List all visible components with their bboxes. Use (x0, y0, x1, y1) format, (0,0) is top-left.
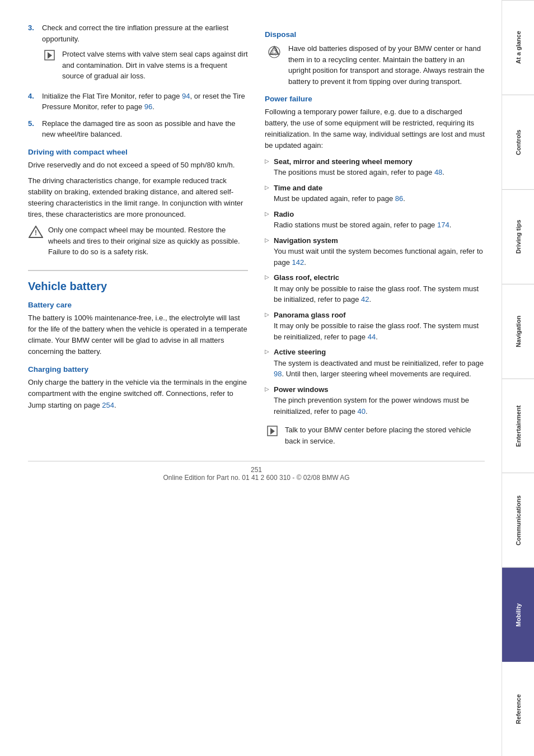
sidebar-tab-at-a-glance[interactable]: At a glance (502, 0, 534, 95)
power-failure-link-5[interactable]: 44 (368, 333, 376, 341)
list-item-5: 5. Replace the damaged tire as soon as p… (28, 118, 248, 140)
driving-compact-p1: Drive reservedly and do not exceed a spe… (28, 160, 248, 171)
sidebar-tab-communications[interactable]: Communications (502, 473, 534, 567)
arrow-right-icon (44, 50, 55, 61)
list-item-content: Seat, mirror and steering wheel memoryTh… (274, 156, 485, 178)
list-item-title: Seat, mirror and steering wheel memory (274, 157, 413, 166)
sidebar-tab-reference[interactable]: Reference (502, 662, 534, 756)
list-item-title: Panorama glass roof (274, 311, 346, 319)
charging-battery-heading: Charging battery (28, 365, 248, 374)
arrow-icon-bmw-wrapper (265, 426, 280, 437)
link-page-96[interactable]: 96 (144, 102, 152, 111)
svg-marker-7 (270, 428, 275, 435)
power-failure-link-7[interactable]: 40 (358, 407, 366, 416)
sidebar-tab-mobility[interactable]: Mobility (502, 567, 534, 662)
list-item-title: Time and date (274, 184, 322, 192)
power-failure-link-3[interactable]: 142 (292, 258, 305, 267)
bmw-notice-text: Talk to your BMW center before placing t… (285, 424, 485, 446)
charging-battery-before: Only charge the battery in the vehicle v… (28, 378, 247, 409)
list-item-4: 4. Initialize the Flat Tire Monitor, ref… (28, 91, 248, 113)
item-num-3: 3. (28, 22, 39, 85)
list-item-content: Navigation systemYou must wait until the… (274, 235, 485, 268)
tri-marker-icon: ▷ (265, 183, 269, 192)
item-3-content: Check and correct the tire inflation pre… (42, 22, 248, 85)
power-failure-intro: Following a temporary power failure, e.g… (265, 106, 485, 152)
left-column: 3. Check and correct the tire inflation … (28, 22, 248, 450)
list-item-title: Power windows (274, 385, 329, 394)
disposal-heading: Disposal (265, 30, 485, 39)
recycling-icon-wrapper: ♻ (265, 44, 284, 60)
item-4-content: Initialize the Flat Tire Monitor, refer … (42, 91, 248, 113)
list-item-content: Glass roof, electricIt may only be possi… (274, 272, 485, 305)
battery-care-text: The battery is 100% maintenance-free, i.… (28, 312, 248, 358)
svg-marker-1 (48, 52, 52, 59)
tri-marker-icon: ▷ (265, 157, 269, 165)
item-4-text-before: Initialize the Flat Tire Monitor, refer … (42, 92, 182, 100)
list-item-3: 3. Check and correct the tire inflation … (28, 22, 248, 85)
list-item: ▷Power windowsThe pinch prevention syste… (265, 384, 485, 417)
item-3-text: Check and correct the tire inflation pre… (42, 24, 228, 43)
charging-battery-after: . (114, 401, 116, 409)
item-num-4: 4. (28, 91, 39, 113)
warning-text: Only one compact wheel may be mounted. R… (48, 225, 248, 258)
footer-text: Online Edition for Part no. 01 41 2 600 … (163, 474, 349, 482)
list-item-content: RadioRadio stations must be stored again… (274, 209, 485, 231)
tri-marker-icon: ▷ (265, 236, 269, 244)
tri-marker-icon: ▷ (265, 209, 269, 218)
item-num-5: 5. (28, 118, 39, 140)
driving-compact-p2: The driving characteristics change, for … (28, 175, 248, 221)
disposal-text: Have old batteries disposed of by your B… (288, 43, 485, 87)
sidebar-tab-navigation[interactable]: Navigation (502, 284, 534, 379)
list-item: ▷Seat, mirror and steering wheel memoryT… (265, 156, 485, 178)
power-failure-link-0[interactable]: 48 (434, 168, 442, 176)
list-item-content: Time and dateMust be updated again, refe… (274, 183, 485, 204)
power-failure-link-1[interactable]: 86 (395, 194, 403, 203)
valve-notice-text: Protect valve stems with valve stem seal… (62, 49, 248, 82)
tri-marker-icon: ▷ (265, 273, 269, 281)
svg-text:♻: ♻ (270, 46, 279, 58)
main-content: 3. Check and correct the tire inflation … (0, 0, 502, 756)
list-item-title: Radio (274, 210, 294, 218)
sidebar-tab-controls[interactable]: Controls (502, 95, 534, 189)
tri-marker-icon: ▷ (265, 385, 269, 393)
charging-battery-text: Only charge the battery in the vehicle v… (28, 377, 248, 410)
recycling-icon: ♻ (265, 44, 283, 60)
warning-triangle-icon: ! (29, 226, 43, 238)
list-item: ▷Glass roof, electricIt may only be poss… (265, 272, 485, 305)
tri-marker-icon: ▷ (265, 310, 269, 319)
power-failure-link-2[interactable]: 174 (437, 221, 449, 229)
item-4-text-after: . (152, 102, 154, 111)
power-failure-list: ▷Seat, mirror and steering wheel memoryT… (265, 156, 485, 417)
list-item-title: Navigation system (274, 236, 338, 245)
right-column: Disposal ♻ (265, 22, 485, 450)
list-item-title: Active steering (274, 348, 326, 356)
list-item: ▷Active steeringThe system is deactivate… (265, 347, 485, 380)
list-item: ▷Navigation systemYou must wait until th… (265, 235, 485, 268)
page-number: 251 (251, 466, 262, 474)
arrow-right-icon-2 (267, 426, 278, 437)
bmw-center-notice: Talk to your BMW center before placing t… (265, 424, 485, 446)
list-item-content: Panorama glass roofIt may only be possib… (274, 310, 485, 343)
link-page-94[interactable]: 94 (182, 92, 190, 100)
list-item-title: Glass roof, electric (274, 273, 339, 282)
sidebar-tab-driving-tips[interactable]: Driving tips (502, 189, 534, 284)
list-item: ▷RadioRadio stations must be stored agai… (265, 209, 485, 231)
list-item: ▷Panorama glass roofIt may only be possi… (265, 310, 485, 343)
power-failure-link-6[interactable]: 98 (274, 370, 282, 378)
list-item: ▷Time and dateMust be updated again, ref… (265, 183, 485, 204)
sidebar: At a glanceControlsDriving tipsNavigatio… (502, 0, 534, 756)
disposal-notice: ♻ Have old batteries disposed of by your… (265, 43, 485, 87)
tri-marker-icon: ▷ (265, 347, 269, 356)
link-page-254[interactable]: 254 (102, 401, 114, 409)
driving-compact-heading: Driving with compact wheel (28, 148, 248, 156)
item-5-content: Replace the damaged tire as soon as poss… (42, 118, 248, 140)
list-item-content: Active steeringThe system is deactivated… (274, 347, 485, 380)
arrow-icon-wrapper (42, 50, 58, 61)
vehicle-battery-title: Vehicle battery (28, 270, 248, 293)
svg-text:!: ! (35, 229, 37, 237)
page-footer: 251 Online Edition for Part no. 01 41 2 … (28, 461, 485, 482)
power-failure-heading: Power failure (265, 95, 485, 103)
sidebar-tab-entertainment[interactable]: Entertainment (502, 379, 534, 473)
power-failure-link-4[interactable]: 42 (361, 295, 369, 304)
valve-notice: Protect valve stems with valve stem seal… (42, 49, 248, 82)
